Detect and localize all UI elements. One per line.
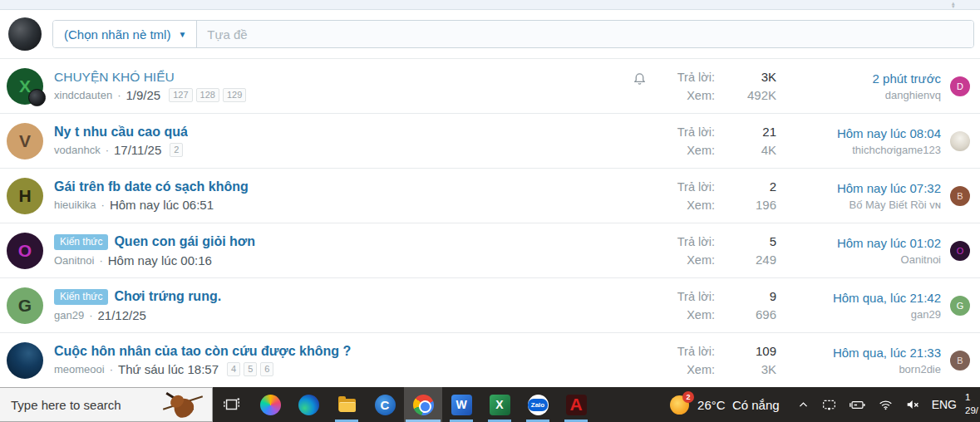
thread-stats: Trả lời: 5 Xem: 249 — [653, 234, 776, 267]
taskbar-right: 2 26°C Có nắng — [670, 387, 980, 422]
avatar-letter: D — [957, 81, 963, 91]
copilot-icon[interactable] — [251, 387, 289, 422]
thread-date[interactable]: Thứ sáu lúc 18:57 — [118, 362, 219, 376]
meta-separator: · — [89, 309, 92, 321]
watch-bell-icon[interactable] — [625, 114, 653, 144]
thread-author-avatar[interactable] — [7, 342, 43, 379]
thread-author-avatar[interactable]: G — [7, 287, 43, 324]
last-poster-avatar[interactable]: G — [950, 296, 970, 316]
thread-label-badge[interactable]: Kiến thức — [54, 289, 108, 305]
acrobat-icon[interactable]: A — [557, 387, 595, 422]
last-poster-avatar[interactable]: B — [950, 351, 970, 370]
taskbar-clock[interactable]: 1 29/ — [965, 391, 980, 417]
watch-bell-icon[interactable] — [625, 333, 653, 363]
chevron-up-icon[interactable] — [798, 400, 809, 410]
file-explorer-icon[interactable] — [327, 387, 366, 422]
last-poster-avatar[interactable]: B — [950, 186, 970, 206]
current-user-avatar[interactable] — [8, 17, 42, 51]
language-indicator[interactable]: ENG — [932, 398, 957, 411]
page-badge[interactable]: 5 — [244, 362, 257, 376]
thread-title-link[interactable]: Quen con gái giỏi hơn — [114, 234, 255, 249]
clock-time: 1 — [965, 391, 980, 405]
views-count: 492K — [715, 88, 776, 102]
watch-bell-icon[interactable] — [625, 169, 653, 199]
last-post-time-link[interactable]: Hôm nay lúc 08:04 — [801, 126, 941, 140]
weather-widget[interactable]: 2 26°C Có nắng — [670, 395, 780, 415]
last-post-user: danghienvq — [801, 89, 941, 101]
page-badge[interactable]: 127 — [169, 88, 192, 102]
excel-icon[interactable]: X — [480, 387, 519, 422]
thread-date[interactable]: 21/12/25 — [98, 308, 146, 322]
page-badge[interactable]: 2 — [170, 143, 183, 157]
replies-label: Trả lời: — [653, 290, 715, 303]
thread-date[interactable]: Hôm nay lúc 00:16 — [108, 253, 212, 267]
last-poster-avatar[interactable]: D — [950, 76, 970, 96]
table-row: H Gái trên fb date có sạch không hieuiki… — [0, 168, 980, 223]
last-post-info: Hôm nay lúc 08:04 thichchơigame123 — [801, 126, 941, 156]
thread-author-avatar[interactable]: O — [7, 233, 43, 269]
last-post-info: Hôm nay lúc 07:32 Bố Mày Biết Rồi ᴠɴ — [801, 181, 941, 211]
avatar-letter: H — [18, 186, 31, 206]
last-poster-avatar[interactable]: O — [950, 241, 970, 261]
page-badge[interactable]: 129 — [223, 88, 246, 102]
thread-author[interactable]: vodanhck — [54, 144, 101, 156]
thread-title-link[interactable]: Chơi trứng rung. — [114, 289, 221, 304]
system-tray — [798, 399, 920, 411]
task-view-icon[interactable] — [213, 387, 251, 422]
page-badge[interactable]: 6 — [260, 362, 273, 376]
thread-author[interactable]: meomeooi — [54, 363, 105, 375]
thread-date[interactable]: 17/11/25 — [114, 143, 161, 157]
thread-author-avatar[interactable]: V — [7, 123, 43, 159]
word-icon[interactable]: W — [442, 387, 480, 422]
table-row: X CHUYỆN KHÓ HIỂU xindcdauten · 1/9/25 1… — [0, 58, 980, 113]
views-label: Xem: — [653, 363, 715, 376]
meta-separator: · — [110, 363, 113, 375]
thread-date[interactable]: 1/9/25 — [126, 88, 160, 102]
wifi-icon[interactable] — [879, 400, 893, 410]
thread-author[interactable]: xindcdauten — [54, 89, 112, 101]
page-badge[interactable]: 128 — [196, 88, 219, 102]
last-post-time-link[interactable]: Hôm nay lúc 01:02 — [801, 236, 941, 250]
replies-count: 109 — [715, 344, 776, 358]
last-post-time-link[interactable]: Hôm qua, lúc 21:33 — [801, 346, 941, 360]
page-badge[interactable]: 4 — [227, 362, 240, 376]
thread-author[interactable]: hieuikika — [54, 199, 96, 211]
thread-author-avatar[interactable]: X — [7, 68, 43, 105]
thread-title-link[interactable]: Gái trên fb date có sạch không — [54, 179, 249, 194]
watch-bell-icon[interactable] — [625, 278, 653, 308]
thread-stats: Trả lời: 9 Xem: 696 — [653, 289, 776, 321]
replies-count: 21 — [715, 125, 776, 139]
volume-muted-icon[interactable] — [906, 399, 920, 410]
views-label: Xem: — [653, 308, 715, 321]
watch-bell-icon[interactable] — [625, 59, 653, 89]
views-count: 3K — [715, 362, 776, 376]
edge-icon[interactable] — [289, 387, 327, 422]
cast-icon[interactable] — [822, 399, 836, 411]
chrome-icon[interactable] — [404, 387, 442, 422]
label-select-dropdown[interactable]: (Chọn nhãn nè tml) ▼ — [53, 21, 197, 47]
coc-coc-icon[interactable]: C — [366, 387, 404, 422]
last-poster-avatar[interactable] — [950, 131, 970, 151]
thread-author[interactable]: gan29 — [54, 309, 84, 321]
meta-separator: · — [101, 199, 105, 211]
thread-title-link[interactable]: CHUYỆN KHÓ HIỂU — [54, 70, 175, 85]
thread-author-avatar[interactable]: H — [7, 178, 43, 214]
last-post-time-link[interactable]: Hôm nay lúc 07:32 — [801, 181, 941, 195]
zalo-icon[interactable]: Zalo — [519, 387, 557, 422]
thread-label-badge[interactable]: Kiến thức — [54, 234, 108, 250]
last-post-time-link[interactable]: Hôm qua, lúc 21:42 — [801, 291, 941, 305]
thread-title-link[interactable]: Cuộc hôn nhân của tao còn cứu được không… — [54, 344, 351, 359]
thread-date[interactable]: Hôm nay lúc 06:51 — [110, 198, 214, 212]
last-post-user: Bố Mày Biết Rồi ᴠɴ — [801, 199, 941, 211]
table-row: O Kiến thức Quen con gái giỏi hơn Oanitn… — [0, 223, 980, 277]
battery-icon[interactable] — [849, 400, 865, 410]
last-post-time-link[interactable]: 2 phút trước — [801, 71, 941, 86]
thread-author[interactable]: Oanitnoi — [54, 254, 94, 267]
title-search-input[interactable] — [197, 21, 973, 47]
violin-search-highlight-icon[interactable] — [162, 390, 205, 420]
taskbar-search-input[interactable]: Type here to search — [0, 387, 213, 422]
watch-bell-icon[interactable] — [625, 223, 653, 253]
views-label: Xem: — [653, 253, 715, 267]
meta-separator: · — [106, 144, 109, 156]
thread-title-link[interactable]: Ny t nhu cầu cao quá — [54, 125, 188, 140]
